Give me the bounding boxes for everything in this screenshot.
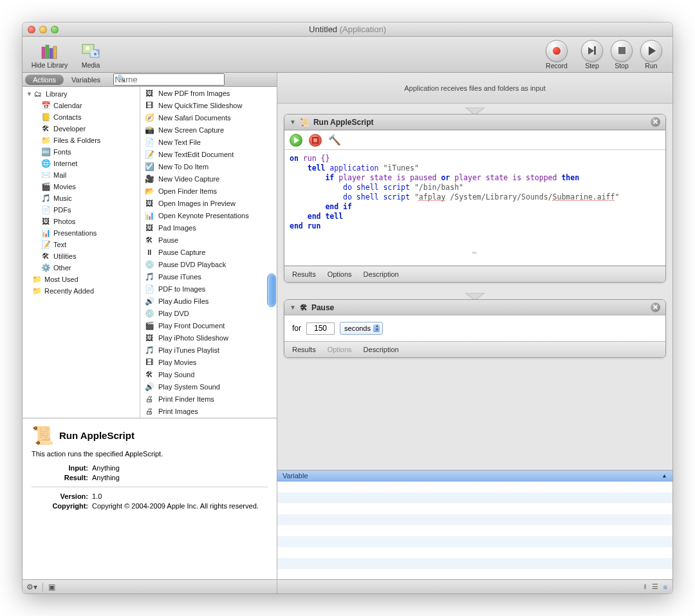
tab-variables[interactable]: Variables [64, 75, 108, 85]
record-button[interactable]: Record [536, 40, 577, 70]
scrollbar-thumb[interactable] [267, 274, 276, 307]
action-list-item[interactable]: 🎞New QuickTime Slideshow [140, 99, 277, 111]
tree-category[interactable]: ✉️Mail [23, 169, 140, 181]
step-button[interactable]: Step [577, 40, 607, 70]
action-list-item[interactable]: 📄New Text File [140, 136, 277, 148]
script-editor[interactable]: on run {} tell application "iTunes" if p… [284, 150, 665, 253]
tree-library-root[interactable]: ▼ 🗂 Library [23, 88, 140, 100]
resize-handle[interactable]: ═ [284, 249, 665, 265]
tree-category[interactable]: 🛠Developer [23, 123, 140, 135]
action-list-item[interactable]: 🛠Pause [140, 234, 277, 246]
run-script-button[interactable] [290, 134, 302, 147]
action-icon: 💿 [144, 259, 154, 270]
action-titlebar[interactable]: ▼ 📜 Run AppleScript ✕ [284, 115, 665, 130]
tree-category[interactable]: 🌐Internet [23, 158, 140, 169]
tab-actions[interactable]: Actions [25, 75, 64, 85]
tree-category[interactable]: 🎬Movies [23, 181, 140, 192]
disclosure-triangle-icon[interactable]: ▼ [26, 91, 33, 97]
action-list-item[interactable]: 🖼Open Images in Preview [140, 197, 277, 209]
sort-indicator-icon[interactable]: ▲ [662, 472, 667, 479]
footer-results[interactable]: Results [292, 346, 316, 353]
action-list-item[interactable]: 🖨Print Finder Items [140, 393, 277, 405]
action-list-item[interactable]: ⏸Pause Capture [140, 246, 277, 258]
tree-category[interactable]: 📝Text [23, 239, 140, 250]
action-run-applescript[interactable]: ▼ 📜 Run AppleScript ✕ 🔨 on run {} tell a… [284, 114, 666, 283]
media-button[interactable]: Media [70, 41, 111, 69]
variables-table-body[interactable] [277, 481, 672, 579]
actions-list[interactable]: 🖼New PDF from Images🎞New QuickTime Slide… [140, 87, 277, 418]
variables-header[interactable]: Variable ▲ [277, 471, 672, 481]
run-button[interactable]: Run [636, 40, 666, 70]
action-list-item[interactable]: 🖼Play iPhoto Slideshow [140, 331, 277, 344]
action-list-item[interactable]: 🛠Play Sound [140, 368, 277, 380]
action-list-item[interactable]: 🎬Play Front Document [140, 319, 277, 331]
hide-library-button[interactable]: Hide Library [29, 41, 70, 69]
category-label: Text [53, 241, 66, 248]
tree-category[interactable]: 📒Contacts [23, 111, 140, 123]
action-list-item[interactable]: 🎥New Video Capture [140, 173, 277, 185]
tree-category[interactable]: 🔤Fonts [23, 146, 140, 158]
action-list-item[interactable]: ☑️New To Do Item [140, 160, 277, 173]
action-titlebar[interactable]: ▼ 🛠 Pause ✕ [284, 300, 665, 315]
compile-script-button[interactable]: 🔨 [328, 134, 341, 146]
tree-category[interactable]: ⚙️Other [23, 262, 140, 274]
action-list-item[interactable]: 🔊Play Audio Files [140, 295, 277, 307]
action-list-item[interactable]: 📊Open Keynote Presentations [140, 209, 277, 221]
category-icon: 🖼 [41, 216, 51, 227]
stop-button[interactable]: Stop [607, 40, 636, 70]
action-list-item[interactable]: 🎵Pause iTunes [140, 270, 277, 283]
tree-category[interactable]: 🖼Photos [23, 216, 140, 227]
list-icon[interactable]: ☰ [652, 583, 658, 591]
action-pause[interactable]: ▼ 🛠 Pause ✕ for seconds ▲▼ R [284, 299, 666, 358]
footer-results[interactable]: Results [292, 270, 316, 278]
tree-category[interactable]: 📁Files & Folders [23, 135, 140, 146]
workflow-canvas[interactable]: ▼ 📜 Run AppleScript ✕ 🔨 on run {} tell a… [277, 104, 672, 470]
tree-most-used[interactable]: 📁 Most Used [23, 274, 140, 285]
duration-input[interactable] [306, 322, 335, 335]
footer-description[interactable]: Description [364, 270, 399, 278]
action-list-item[interactable]: 🖨Print Images [140, 405, 277, 417]
log-icon[interactable]: ≡ [663, 583, 667, 591]
unit-select[interactable]: seconds ▲▼ [340, 322, 383, 335]
disclosure-triangle-icon[interactable]: ▼ [290, 118, 296, 126]
footer-description[interactable]: Description [364, 346, 399, 353]
toolbar: Hide Library Media Record Step Stop Run [23, 37, 672, 73]
action-label: Play DVD [158, 310, 189, 317]
search-input[interactable] [113, 73, 225, 86]
disclosure-triangle-icon[interactable]: ▼ [290, 304, 296, 311]
remove-action-button[interactable]: ✕ [651, 117, 660, 127]
columns-icon[interactable]: ⦀ [644, 583, 647, 591]
action-list-item[interactable]: 💿Play DVD [140, 307, 277, 319]
action-icon: 🖼 [144, 88, 154, 98]
action-list-item[interactable]: 🎞Play Movies [140, 356, 277, 368]
action-list-item[interactable]: 📝New TextEdit Document [140, 148, 277, 160]
library-tabs: Actions Variables 🔍 [23, 73, 277, 87]
toggle-info-icon[interactable]: ▣ [48, 583, 55, 592]
category-label: Utilities [53, 252, 76, 260]
action-list-item[interactable]: 🎵Play iTunes Playlist [140, 344, 277, 356]
action-list-item[interactable]: 🧭New Safari Documents [140, 111, 277, 124]
category-tree[interactable]: ▼ 🗂 Library 📅Calendar📒Contacts🛠Developer… [23, 87, 140, 418]
action-label: New PDF from Images [158, 89, 230, 97]
tree-recently-added[interactable]: 📁 Recently Added [23, 285, 140, 297]
action-list-item[interactable]: 🖼Pad Images [140, 221, 277, 234]
action-list-item[interactable]: 🖼New PDF from Images [140, 87, 277, 99]
tree-category[interactable]: 📊Presentations [23, 227, 140, 239]
action-list-item[interactable]: 💿Pause DVD Playback [140, 258, 277, 270]
tree-category[interactable]: 📄PDFs [23, 204, 140, 216]
action-list-item[interactable]: 📸New Screen Capture [140, 124, 277, 136]
workflow-input-header[interactable]: Application receives files and folders a… [277, 73, 672, 104]
applescript-icon: 📜 [300, 118, 310, 127]
tree-category[interactable]: 🛠Utilities [23, 250, 140, 262]
remove-action-button[interactable]: ✕ [651, 303, 660, 312]
stop-script-button[interactable] [309, 134, 322, 147]
tree-category[interactable]: 📅Calendar [23, 100, 140, 111]
titlebar[interactable]: Untitled (Application) [23, 23, 672, 37]
action-list-item[interactable]: 📄PDF to Images [140, 283, 277, 295]
variables-panel[interactable]: Variable ▲ [277, 470, 672, 579]
action-list-item[interactable]: 🔊Play System Sound [140, 380, 277, 393]
action-list-item[interactable]: 📂Open Finder Items [140, 185, 277, 197]
footer-options[interactable]: Options [328, 270, 352, 278]
gear-icon[interactable]: ⚙︎▾ [26, 583, 37, 592]
tree-category[interactable]: 🎵Music [23, 192, 140, 204]
